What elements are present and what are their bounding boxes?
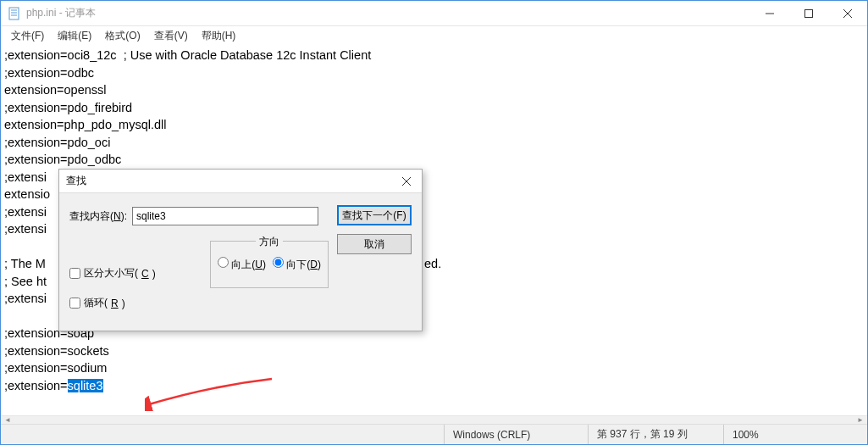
window-title: php.ini - 记事本 xyxy=(26,6,96,20)
status-position: 第 937 行，第 19 列 xyxy=(588,425,723,444)
find-label: 查找内容(N): xyxy=(69,209,127,224)
dialog-title: 查找 xyxy=(66,174,86,188)
menu-help[interactable]: 帮助(H) xyxy=(195,27,243,45)
direction-group: 方向 向上(U) 向下(D) xyxy=(210,241,329,288)
direction-label: 方向 xyxy=(256,235,283,249)
find-next-button[interactable]: 查找下一个(F) xyxy=(337,205,412,225)
status-zoom: 100% xyxy=(723,425,867,444)
menu-file[interactable]: 文件(F) xyxy=(4,27,51,45)
find-input[interactable] xyxy=(132,207,318,225)
scroll-right-icon[interactable]: ► xyxy=(854,416,867,425)
scroll-left-icon[interactable]: ◄ xyxy=(1,416,14,425)
dialog-body: 查找内容(N): 查找下一个(F) 取消 方向 向上(U) 向下(D) 区分大小… xyxy=(59,193,422,331)
checkbox-case[interactable]: 区分大小写(C) xyxy=(69,266,156,281)
menu-edit[interactable]: 编辑(E) xyxy=(51,27,98,45)
statusbar: Windows (CRLF) 第 937 行，第 19 列 100% xyxy=(1,424,867,444)
maximize-button[interactable] xyxy=(789,1,828,26)
notepad-icon xyxy=(8,7,21,20)
menu-view[interactable]: 查看(V) xyxy=(147,27,195,45)
menu-format[interactable]: 格式(O) xyxy=(98,27,147,45)
cancel-button[interactable]: 取消 xyxy=(337,234,412,254)
window-controls xyxy=(750,1,867,26)
titlebar: php.ini - 记事本 xyxy=(1,1,867,26)
content-area: ;extension=oci8_12c ; Use with Oracle Da… xyxy=(1,45,867,416)
close-button[interactable] xyxy=(828,1,867,26)
menubar: 文件(F) 编辑(E) 格式(O) 查看(V) 帮助(H) xyxy=(1,26,867,45)
status-encoding: Windows (CRLF) xyxy=(444,425,588,444)
find-dialog: 查找 查找内容(N): 查找下一个(F) 取消 方向 向上(U) 向下(D) 区… xyxy=(58,169,423,331)
close-icon xyxy=(402,177,411,186)
radio-down[interactable]: 向下(D) xyxy=(273,257,321,272)
checkbox-wrap[interactable]: 循环(R) xyxy=(69,296,156,310)
minimize-button[interactable] xyxy=(750,1,789,26)
dialog-close-button[interactable] xyxy=(395,171,418,192)
svg-rect-0 xyxy=(9,8,19,19)
radio-up[interactable]: 向上(U) xyxy=(218,257,266,272)
dialog-titlebar[interactable]: 查找 xyxy=(59,170,422,193)
svg-rect-5 xyxy=(805,9,813,17)
horizontal-scrollbar[interactable]: ◄ ► xyxy=(1,415,867,424)
